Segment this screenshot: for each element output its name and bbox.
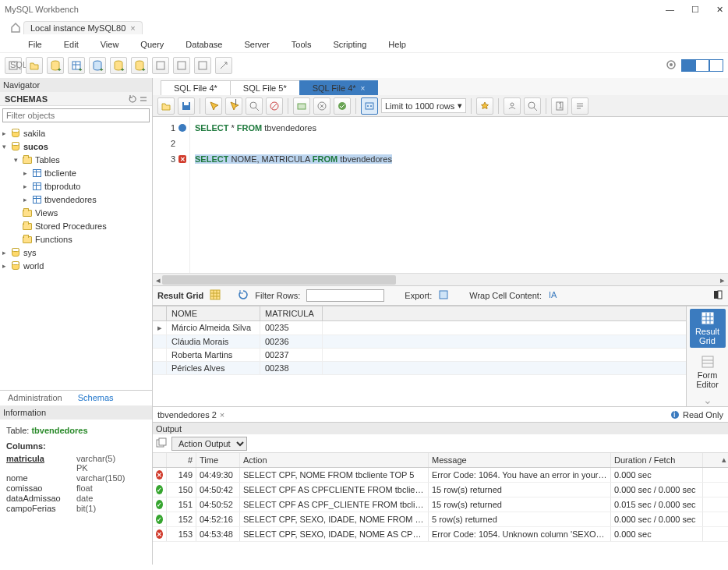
panel-left-button[interactable] <box>681 59 695 72</box>
tree-fn[interactable]: Functions <box>0 232 152 246</box>
filter-refresh-icon[interactable] <box>238 289 249 302</box>
scroll-right-icon[interactable]: ▸ <box>717 274 728 285</box>
output-row[interactable]: ✓15104:50:52SELECT CPF AS CPF_CLIENTE FR… <box>153 497 728 512</box>
scroll-thumb[interactable] <box>162 275 396 285</box>
menu-server[interactable]: Server <box>244 40 269 49</box>
limit-dropdown[interactable]: Limit to 1000 rows ▾ <box>381 98 466 113</box>
autocommit-button[interactable] <box>334 97 351 115</box>
commit-button[interactable] <box>293 97 310 115</box>
scroll-up-icon[interactable]: ▴ <box>722 455 726 465</box>
grid-col-nome[interactable]: NOME <box>167 306 260 320</box>
open-sql-button[interactable] <box>26 57 43 74</box>
schemas-refresh-icon[interactable] <box>129 95 147 103</box>
file-tab-3[interactable]: SQL File 4*× <box>299 80 379 95</box>
tree-sucos[interactable]: ▾sucos <box>0 140 152 153</box>
execute-current-button[interactable]: I <box>225 97 242 115</box>
snippets-button[interactable]: 1 <box>551 97 568 115</box>
toolbar-btn-9[interactable] <box>173 57 190 74</box>
save-button[interactable] <box>178 97 195 115</box>
output-stack-icon[interactable] <box>156 437 167 450</box>
maximize-icon[interactable]: ☐ <box>691 5 699 15</box>
home-icon[interactable] <box>8 22 23 33</box>
sql-editor[interactable]: 123✕ SELECT * FROM tbvendedoresSELECT NO… <box>153 117 728 273</box>
form-editor-tab[interactable]: Form Editor <box>690 352 726 391</box>
editor-hscroll[interactable]: ◂ ▸ <box>153 273 728 285</box>
output-row[interactable]: ✓15204:52:16SELECT CPF, SEXO, IDADE, NOM… <box>153 512 728 527</box>
find-button[interactable] <box>504 97 521 115</box>
close-icon[interactable]: × <box>220 410 224 420</box>
output-type-select[interactable]: Action Output <box>171 437 247 451</box>
toggle-whitespace-button[interactable] <box>361 97 378 115</box>
tree-world[interactable]: ▸world <box>0 259 152 272</box>
refresh-icon[interactable] <box>665 58 677 73</box>
output-row[interactable]: ✕15304:53:48SELECT CPF, SEXO, IDADE, NOM… <box>153 527 728 542</box>
rollback-button[interactable] <box>313 97 330 115</box>
minimize-icon[interactable]: — <box>666 5 674 15</box>
new-sql-tab-button[interactable]: SQL <box>5 57 22 74</box>
open-file-button[interactable] <box>157 97 175 115</box>
new-table-button[interactable]: + <box>68 57 85 74</box>
close-icon[interactable]: ✕ <box>716 5 723 15</box>
file-tab-1[interactable]: SQL File 4* <box>161 80 231 95</box>
execute-button[interactable] <box>205 97 222 115</box>
editor-code[interactable]: SELECT * FROM tbvendedoresSELECT NOME, M… <box>190 117 397 273</box>
file-tab-2[interactable]: SQL File 5* <box>230 80 300 95</box>
search-button[interactable] <box>524 97 541 115</box>
tree-sp[interactable]: Stored Procedures <box>0 219 152 232</box>
tree-tbvendedores[interactable]: ▸tbvendedores <box>0 193 152 206</box>
outcol-num[interactable]: # <box>167 453 196 467</box>
table-row[interactable]: ▸Márcio Almeida Silva00235 <box>153 321 686 335</box>
wrap-icon[interactable]: IA <box>548 289 559 302</box>
result-grid-tab[interactable]: Result Grid <box>690 309 726 348</box>
close-file-icon[interactable]: × <box>361 84 366 93</box>
grid-col-matricula[interactable]: MATRICULA <box>260 306 323 320</box>
menu-database[interactable]: Database <box>186 40 222 49</box>
tree-sys[interactable]: ▸sys <box>0 246 152 259</box>
filter-rows-input[interactable] <box>306 289 384 302</box>
panel-right-button[interactable] <box>709 59 723 72</box>
filter-objects-input[interactable] <box>2 108 150 122</box>
outcol-msg[interactable]: Message <box>429 453 611 467</box>
menu-file[interactable]: File <box>28 40 42 49</box>
output-row[interactable]: ✓15004:50:42SELECT CPF AS CPFCLIENTE FRO… <box>153 483 728 497</box>
grid-icon[interactable] <box>210 289 221 302</box>
menu-scripting[interactable]: Scripting <box>334 40 367 49</box>
toolbar-btn-8[interactable] <box>152 57 169 74</box>
connection-tab[interactable]: Local instance MySQL80 × <box>23 21 143 34</box>
new-view-button[interactable]: + <box>89 57 106 74</box>
menu-tools[interactable]: Tools <box>292 40 312 49</box>
table-row[interactable]: Péricles Alves00238 <box>153 362 686 375</box>
panel-bottom-button[interactable] <box>695 59 709 72</box>
new-sp-button[interactable]: + <box>110 57 127 74</box>
export-icon[interactable] <box>438 289 449 302</box>
toolbar-btn-10[interactable] <box>194 57 211 74</box>
tree-sakila[interactable]: ▸sakila <box>0 126 152 140</box>
tree-tbcliente[interactable]: ▸tbcliente <box>0 166 152 179</box>
menu-view[interactable]: View <box>101 40 119 49</box>
output-row[interactable]: ✕14904:49:30SELECT CPF, NOME FROM tbclie… <box>153 468 728 483</box>
close-tab-icon[interactable]: × <box>130 23 135 33</box>
object-tab[interactable]: tbvendedores 2 × <box>157 410 224 420</box>
new-fn-button[interactable]: + <box>131 57 148 74</box>
tab-schemas[interactable]: Schemas <box>70 391 122 405</box>
explain-button[interactable] <box>246 97 263 115</box>
menu-query[interactable]: Query <box>140 40 164 49</box>
wrap-button[interactable] <box>571 97 588 115</box>
tree-tables[interactable]: ▾Tables <box>0 153 152 166</box>
pin-icon[interactable] <box>712 289 723 302</box>
new-schema-button[interactable]: + <box>47 57 64 74</box>
outcol-time[interactable]: Time <box>196 453 240 467</box>
tree-tbproduto[interactable]: ▸tbproduto <box>0 179 152 193</box>
tree-views[interactable]: Views <box>0 206 152 219</box>
chevron-down-icon[interactable]: ⌄ <box>703 394 712 406</box>
menu-edit[interactable]: Edit <box>64 40 79 49</box>
outcol-action[interactable]: Action <box>240 453 429 467</box>
outcol-dur[interactable]: Duration / Fetch <box>611 453 703 467</box>
tab-administration[interactable]: Administration <box>0 391 70 405</box>
menu-help[interactable]: Help <box>388 40 406 49</box>
beautify-button[interactable] <box>476 97 493 115</box>
table-row[interactable]: Cláudia Morais00236 <box>153 335 686 349</box>
toolbar-btn-11[interactable] <box>215 57 232 74</box>
table-row[interactable]: Roberta Martins00237 <box>153 349 686 362</box>
stop-button[interactable] <box>266 97 283 115</box>
